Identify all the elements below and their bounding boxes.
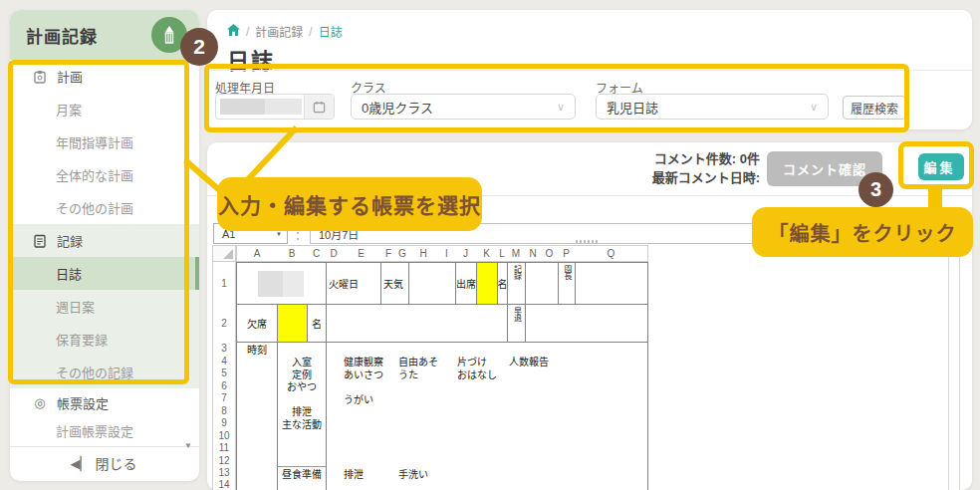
sidebar-header: 計画記録: [10, 10, 199, 60]
sidebar-item-label: その他の計画: [56, 198, 133, 217]
step-badge-3: 3: [858, 172, 893, 207]
calendar-button[interactable]: [304, 95, 334, 119]
clipboard-icon: [32, 70, 48, 84]
sidebar-item-monthly-plan[interactable]: 月案: [10, 93, 199, 125]
sidebar-item-label: 年間指導計画: [56, 132, 133, 151]
target-icon: ◎: [32, 395, 48, 410]
sidebar-scroll-down-icon[interactable]: ▼: [184, 441, 192, 450]
sidebar-item-form-settings[interactable]: ◎帳票設定: [10, 388, 199, 416]
sidebar-item-weekly-daily-plan[interactable]: 週日案: [10, 290, 199, 323]
history-search-button[interactable]: 履歴検索: [843, 96, 906, 120]
step-badge-2: 2: [180, 28, 218, 66]
sidebar-item-label: 週日案: [56, 297, 95, 316]
date-value-redacted: [220, 99, 302, 115]
comment-count: コメント件数: 0件: [652, 149, 760, 168]
sidebar-item-label: 全体的な計画: [56, 165, 133, 184]
sidebar-collapse-button[interactable]: ◀▏ 閉じる: [10, 447, 199, 479]
comment-info: コメント件数: 0件 最新コメント日時:: [652, 149, 760, 187]
vertical-scrollbar[interactable]: [948, 245, 960, 490]
sidebar-item-other-record[interactable]: その他の記録: [10, 356, 199, 388]
app-title: 計画記録: [26, 23, 151, 48]
sidebar-item-other-plan[interactable]: その他の計画: [10, 191, 199, 224]
breadcrumb-separator: /: [246, 25, 249, 39]
sidebar-item-label: その他の記録: [56, 363, 133, 381]
collapse-icon: ◀▏: [73, 456, 89, 471]
sidebar: 計画記録 計画月案年間指導計画全体的な計画その他の計画記録日誌週日案保育要録その…: [10, 10, 199, 481]
chevron-down-icon: ∨: [557, 101, 565, 114]
document-icon: [32, 234, 48, 248]
form-select[interactable]: 乳児日誌 ∨: [596, 94, 829, 120]
class-select-value: 0歳児クラス: [362, 98, 433, 117]
sidebar-item-plan-form-settings[interactable]: 計画帳票設定: [10, 416, 199, 444]
sidebar-item-childcare-record[interactable]: 保育要録: [10, 323, 199, 356]
class-select[interactable]: 0歳児クラス ∨: [351, 94, 576, 120]
sidebar-menu: 計画月案年間指導計画全体的な計画その他の計画記録日誌週日案保育要録その他の記録◎…: [10, 60, 199, 444]
header-divider: [207, 70, 972, 71]
callout-click-edit: 「編集」をクリック: [752, 207, 973, 257]
sidebar-item-annual-plan[interactable]: 年間指導計画: [10, 125, 199, 158]
sidebar-item-label: 保育要録: [56, 330, 108, 349]
sidebar-item-label: 記録: [57, 231, 83, 250]
sidebar-item-label: 計画帳票設定: [56, 421, 133, 440]
sidebar-item-record[interactable]: 記録: [10, 224, 199, 257]
chevron-down-icon: ∨: [810, 101, 818, 114]
breadcrumb: / 計画記録 / 日誌: [227, 23, 343, 40]
sidebar-item-label: 月案: [56, 100, 82, 119]
sidebar-item-label: 帳票設定: [57, 393, 109, 412]
callout-select-form: 入力・編集する帳票を選択: [217, 177, 482, 231]
form-select-value: 乳児日誌: [607, 98, 658, 117]
sidebar-collapse-label: 閉じる: [96, 453, 137, 473]
edit-button[interactable]: 編集: [918, 153, 964, 180]
breadcrumb-link-plan-record[interactable]: 計画記録: [255, 23, 303, 40]
page-header-card: / 計画記録 / 日誌 日誌 処理年月日 クラス 0歳児クラス ∨ フォーム 乳…: [207, 10, 972, 129]
sidebar-item-plan[interactable]: 計画: [10, 60, 199, 93]
sidebar-item-overall-plan[interactable]: 全体的な計画: [10, 158, 199, 191]
breadcrumb-current: 日誌: [319, 23, 343, 40]
latest-comment-time: 最新コメント日時:: [652, 168, 760, 187]
breadcrumb-separator: /: [309, 25, 312, 39]
sidebar-item-diary[interactable]: 日誌: [10, 257, 199, 290]
sidebar-item-label: 日誌: [56, 264, 82, 283]
home-icon[interactable]: [227, 24, 240, 39]
date-input[interactable]: [215, 94, 335, 120]
sidebar-item-label: 計画: [57, 67, 83, 86]
